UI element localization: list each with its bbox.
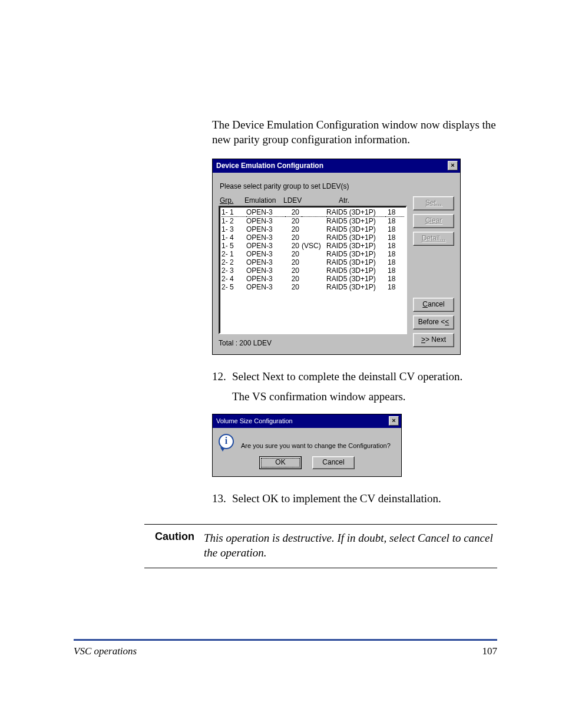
dec-instruction: Please select parity group to set LDEV(s… bbox=[220, 182, 453, 190]
table-row[interactable]: 1- 5OPEN-320(VSC)RAID5 (3D+1P)18 bbox=[222, 242, 404, 250]
footer-section: VSC operations bbox=[74, 645, 137, 657]
step-12-text: Select Next to complete the deinstall CV… bbox=[232, 369, 497, 384]
clear-button[interactable]: Clear bbox=[413, 214, 454, 228]
step-13-text: Select OK to implement the CV deinstalla… bbox=[232, 491, 497, 506]
step-13-number: 13. bbox=[212, 491, 232, 506]
caution-block: Caution This operation is destructive. I… bbox=[144, 524, 497, 568]
page-number: 107 bbox=[482, 645, 498, 657]
step-12-sub: The VS confirmation window appears. bbox=[232, 390, 497, 403]
header-emulation: Emulation bbox=[244, 196, 283, 205]
total-label: Total : 200 LDEV bbox=[219, 339, 407, 347]
device-emulation-config-window: Device Emulation Configuration × Please … bbox=[212, 159, 461, 355]
table-row[interactable]: 2- 5OPEN-320RAID5 (3D+1P)18 bbox=[222, 283, 404, 291]
parity-group-listbox[interactable]: 1- 1OPEN-320RAID5 (3D+1P)181- 2OPEN-320R… bbox=[219, 206, 407, 334]
table-row[interactable]: 1- 2OPEN-320RAID5 (3D+1P)18 bbox=[222, 217, 404, 225]
header-atr: Atr. bbox=[339, 196, 406, 205]
dec-title: Device Emulation Configuration bbox=[216, 162, 323, 170]
vs-titlebar: Volume Size Configuration × bbox=[213, 414, 401, 428]
table-row[interactable]: 2- 1OPEN-320RAID5 (3D+1P)18 bbox=[222, 250, 404, 258]
table-row[interactable]: 2- 2OPEN-320RAID5 (3D+1P)18 bbox=[222, 258, 404, 266]
dec-titlebar: Device Emulation Configuration × bbox=[213, 159, 460, 173]
close-icon[interactable]: × bbox=[389, 416, 399, 426]
caution-text: This operation is destructive. If in dou… bbox=[204, 531, 497, 561]
caution-label: Caution bbox=[144, 531, 194, 561]
table-row[interactable]: 1- 4OPEN-320RAID5 (3D+1P)18 bbox=[222, 233, 404, 242]
detail-button[interactable]: Detail... bbox=[413, 232, 454, 246]
intro-paragraph: The Device Emulation Configuration windo… bbox=[212, 118, 497, 147]
table-row[interactable]: 1- 1OPEN-320RAID5 (3D+1P)18 bbox=[222, 208, 404, 217]
table-row[interactable]: 2- 3OPEN-320RAID5 (3D+1P)18 bbox=[222, 266, 404, 275]
before-button[interactable]: Before << bbox=[413, 315, 454, 330]
ok-button[interactable]: OK bbox=[259, 456, 302, 469]
set-button[interactable]: Set... bbox=[413, 196, 454, 210]
table-row[interactable]: 1- 3OPEN-320RAID5 (3D+1P)18 bbox=[222, 225, 404, 233]
cancel-button[interactable]: Cancel bbox=[413, 298, 454, 312]
vs-message: Are you sure you want to change the Conf… bbox=[241, 442, 391, 449]
header-ldev: LDEV bbox=[283, 196, 314, 205]
close-icon[interactable]: × bbox=[448, 161, 458, 170]
table-row[interactable]: 2- 4OPEN-320RAID5 (3D+1P)18 bbox=[222, 275, 404, 283]
next-button[interactable]: >> Next bbox=[413, 333, 454, 347]
page-footer: VSC operations 107 bbox=[0, 639, 562, 657]
step-13: 13. Select OK to implement the CV deinst… bbox=[212, 491, 497, 506]
header-grp: Grp. bbox=[220, 196, 233, 205]
step-12-number: 12. bbox=[212, 369, 232, 384]
vs-title: Volume Size Configuration bbox=[216, 417, 293, 424]
vs-confirmation-window: Volume Size Configuration × Are you sure… bbox=[212, 414, 402, 477]
step-12: 12. Select Next to complete the deinstal… bbox=[212, 369, 497, 384]
cancel-button[interactable]: Cancel bbox=[312, 456, 355, 469]
dec-headers: Grp. Emulation LDEV Atr. bbox=[220, 196, 406, 205]
info-icon bbox=[219, 434, 234, 449]
